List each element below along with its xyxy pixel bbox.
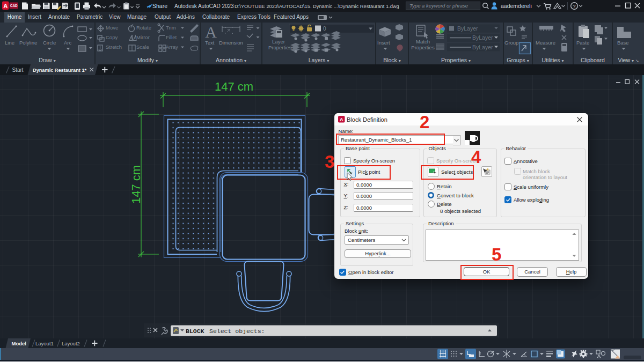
svg-text:aademdereli: aademdereli	[501, 3, 532, 9]
svg-text:Type a keyword or phrase: Type a keyword or phrase	[409, 3, 468, 9]
svg-text:?: ?	[573, 3, 575, 9]
svg-text:147 cm: 147 cm	[215, 80, 253, 93]
svg-text:147 cm: 147 cm	[129, 165, 143, 204]
svg-text:ByLayer: ByLayer	[472, 34, 493, 41]
svg-text:Autodesk AutoCAD 2023: Autodesk AutoCAD 2023	[174, 3, 234, 9]
svg-text:BLOCK: BLOCK	[186, 328, 204, 335]
svg-text:ByLayer: ByLayer	[457, 25, 478, 32]
svg-text:A: A	[205, 23, 217, 41]
svg-text:Layout1: Layout1	[35, 341, 54, 346]
svg-text:A: A	[3, 3, 8, 9]
svg-text:CAD: CAD	[10, 4, 18, 8]
svg-text:Layout2: Layout2	[62, 341, 80, 346]
svg-text:Dynamic Restaurant 1*: Dynamic Restaurant 1*	[33, 68, 87, 73]
svg-text:Select objects:: Select objects:	[209, 328, 265, 335]
svg-text:0: 0	[323, 26, 326, 32]
svg-text:D:\YOUTUBE 2023\AUTOCAD\15. Dy: D:\YOUTUBE 2023\AUTOCAD\15. Dynamic ...\…	[235, 4, 399, 9]
svg-text:ByLayer: ByLayer	[472, 44, 493, 50]
svg-text:Start: Start	[12, 67, 24, 73]
svg-text:Model: Model	[12, 341, 26, 346]
svg-text:Share: Share	[152, 3, 167, 9]
svg-text:A: A	[340, 117, 343, 122]
